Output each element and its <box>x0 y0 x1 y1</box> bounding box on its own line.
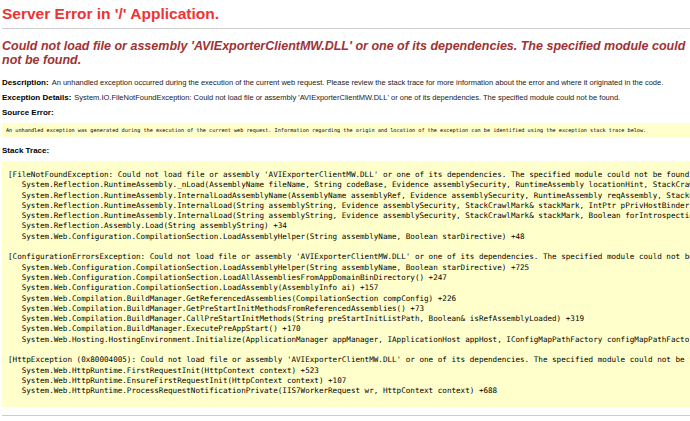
error-message: Could not load file or assembly 'AVIExpo… <box>2 39 688 67</box>
exception-details-text: System.IO.FileNotFoundException: Could n… <box>74 93 620 102</box>
stack-trace-label: Stack Trace: <box>2 146 49 155</box>
exception-details-label: Exception Details: <box>2 93 71 102</box>
footer-divider <box>2 415 690 416</box>
stack-trace-heading: Stack Trace: <box>2 146 690 155</box>
exception-details-line: Exception Details:System.IO.FileNotFound… <box>2 93 690 102</box>
page-title: Server Error in '/' Application. <box>2 5 690 23</box>
stack-trace-box: [FileNotFoundException: Could not load f… <box>2 161 690 407</box>
ysod-error-page: { "page": { "title": "Server Error in '/… <box>0 0 690 421</box>
source-error-label: Source Error: <box>2 108 54 117</box>
description-label: Description: <box>2 78 49 87</box>
source-error-box: An unhandled exception was generated dur… <box>2 123 690 138</box>
source-error-heading: Source Error: <box>2 108 690 117</box>
error-page-content: Server Error in '/' Application. Could n… <box>0 0 690 421</box>
description-line: Description:An unhandled exception occur… <box>2 78 690 87</box>
description-text: An unhandled exception occurred during t… <box>52 78 664 87</box>
title-divider <box>2 28 690 29</box>
